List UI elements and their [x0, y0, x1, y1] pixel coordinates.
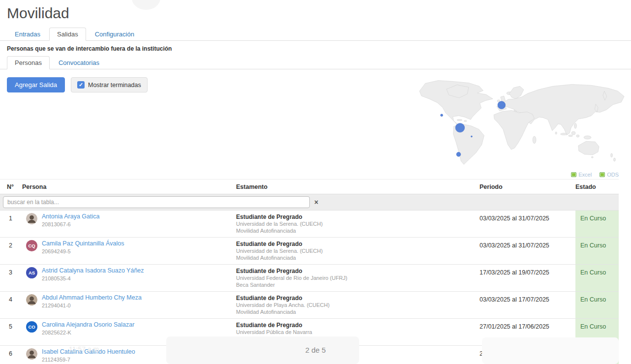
person-link[interactable]: Astrid Catalyna Isadora Suazo Yáñez	[42, 267, 144, 274]
person-rut: 20694249-5	[42, 248, 124, 254]
person-rut: 21124359-7	[42, 357, 135, 363]
add-salida-button[interactable]: Agregar Salida	[7, 77, 65, 92]
new-zealand-north	[611, 153, 613, 157]
checkbox-checked-icon[interactable]: ✓	[77, 81, 85, 89]
estamento-program: Beca Santander	[236, 281, 480, 288]
estado-badge: En Curso	[575, 265, 619, 291]
header-persona: Persona	[22, 180, 236, 194]
map-marker-chile[interactable]	[456, 152, 461, 156]
movilidad-page: Movilidad EntradasSalidasConfiguración P…	[0, 0, 631, 364]
avatar-initials: AS	[26, 267, 37, 278]
person-rut: 20825622-K	[42, 330, 134, 335]
table-row: 4 Abdul Ahmmad Humberto Chy Meza 2129404…	[0, 291, 619, 318]
estamento-primary: Estudiante de Pregrado	[236, 213, 480, 220]
estamento-university: Universidad de la Serena. (CUECH)	[236, 220, 480, 227]
new-zealand-south	[613, 158, 615, 161]
estamento-program: Movilidad Autofinanciada	[236, 227, 480, 234]
world-map-svg	[417, 75, 626, 169]
export-excel-link[interactable]: Excel	[571, 172, 592, 178]
header-estamento: Estamento	[236, 180, 480, 194]
periodo: 03/03/2025 al 17/07/2025	[480, 292, 575, 318]
export-excel-label: Excel	[578, 172, 592, 178]
estado-badge: En Curso	[575, 292, 619, 318]
periodo: 03/03/2025 al 31/07/2025	[480, 211, 575, 237]
subtab-convocatorias[interactable]: Convocatorias	[51, 56, 107, 69]
subtab-personas[interactable]: Personas	[7, 56, 50, 69]
row-number: 1	[0, 211, 22, 237]
person-link[interactable]: Camila Paz Quintanilla Ávalos	[42, 240, 124, 247]
table-search-row: ×	[0, 194, 619, 210]
person-rut: 21080535-4	[42, 275, 144, 281]
estamento-program: Movilidad Autofinanciada	[236, 308, 480, 315]
estamento-primary: Estudiante de Pregrado	[236, 322, 480, 329]
header-num: N°	[0, 180, 22, 194]
sulawesi	[576, 135, 579, 137]
tab-salidas[interactable]: Salidas	[49, 28, 86, 41]
search-input[interactable]	[3, 196, 310, 208]
map-marker-colombia[interactable]	[455, 123, 465, 132]
estamento-university: Universidad Federal de Rio de Janeiro (U…	[236, 274, 480, 281]
new-guinea	[584, 136, 591, 139]
sri-lanka	[555, 132, 557, 134]
map-marker-mexico[interactable]	[441, 114, 443, 117]
toolbar-map-section: Agregar Salida ✓ Mostrar terminadas	[0, 69, 631, 172]
avatar-initials: CQ	[26, 240, 37, 251]
australia	[578, 141, 599, 154]
sumatra	[561, 133, 568, 135]
clear-search-icon[interactable]: ×	[314, 199, 318, 206]
person-link[interactable]: Antonia Araya Gatica	[42, 213, 99, 220]
map-marker-brazil[interactable]	[471, 136, 472, 137]
row-number: 5	[0, 319, 22, 345]
export-ods-label: ODS	[607, 172, 619, 178]
estamento-primary: Estudiante de Pregrado	[236, 241, 480, 247]
export-ods-link[interactable]: ODS	[600, 172, 619, 178]
borneo	[571, 131, 575, 135]
periodo: 03/03/2025 al 31/07/2025	[480, 238, 575, 264]
africa	[494, 110, 534, 150]
table-row: 3 AS Astrid Catalyna Isadora Suazo Yáñez…	[0, 264, 619, 291]
pagination: 2 de 5	[0, 346, 631, 354]
tab-entradas[interactable]: Entradas	[7, 28, 48, 41]
avatar-photo	[26, 294, 37, 305]
person-link[interactable]: Abdul Ahmmad Humberto Chy Meza	[42, 294, 142, 301]
person-rut: 21294041-0	[42, 303, 142, 308]
cuba	[457, 120, 462, 121]
row-number: 2	[0, 238, 22, 264]
person-link[interactable]: Carolina Alejandra Osorio Salazar	[42, 321, 134, 328]
table-row: 1 Antonia Araya Gatica 20813067-6 Estudi…	[0, 210, 619, 237]
table-header-row: N° Persona Estamento Periodo Estado	[0, 179, 619, 194]
periodo: 17/03/2025 al 19/07/2025	[480, 265, 575, 291]
page-subtitle: Personas que se van de intercambio fuera…	[7, 45, 631, 52]
ods-icon	[600, 172, 605, 177]
header-estado: Estado	[575, 180, 619, 194]
page-title: Movilidad	[7, 5, 631, 22]
map-marker-spain[interactable]	[498, 101, 506, 109]
sub-tabs: PersonasConvocatorias	[0, 56, 631, 69]
philippines	[574, 123, 576, 128]
world-map	[417, 75, 626, 169]
main-tabs: EntradasSalidasConfiguración	[0, 28, 631, 41]
avatar-photo	[26, 213, 37, 224]
header-periodo: Periodo	[480, 180, 575, 194]
estado-badge: En Curso	[575, 211, 619, 237]
continents	[420, 81, 624, 165]
row-number: 3	[0, 265, 22, 291]
person-rut: 20813067-6	[42, 221, 99, 227]
excel-icon	[571, 172, 576, 177]
estamento-university: Universidad Pública de Navarra	[236, 329, 480, 335]
row-number: 4	[0, 292, 22, 318]
tab-configuracion[interactable]: Configuración	[87, 28, 142, 41]
show-finished-label: Mostrar terminadas	[88, 82, 141, 89]
show-finished-toggle[interactable]: ✓ Mostrar terminadas	[71, 77, 148, 92]
hispaniola	[464, 121, 467, 121]
estado-badge: En Curso	[575, 238, 619, 264]
estamento-primary: Estudiante de Pregrado	[236, 295, 480, 302]
estamento-primary: Estudiante de Pregrado	[236, 268, 480, 274]
avatar-initials: CO	[26, 321, 37, 333]
export-links: Excel ODS	[0, 172, 619, 178]
estamento-university: Universidad de Playa Ancha. (CUECH)	[236, 302, 480, 308]
java	[569, 135, 573, 136]
tasmania	[591, 156, 593, 158]
estamento-university: Universidad de la Serena. (CUECH)	[236, 247, 480, 254]
estamento-program: Movilidad Autofinanciada	[236, 254, 480, 261]
